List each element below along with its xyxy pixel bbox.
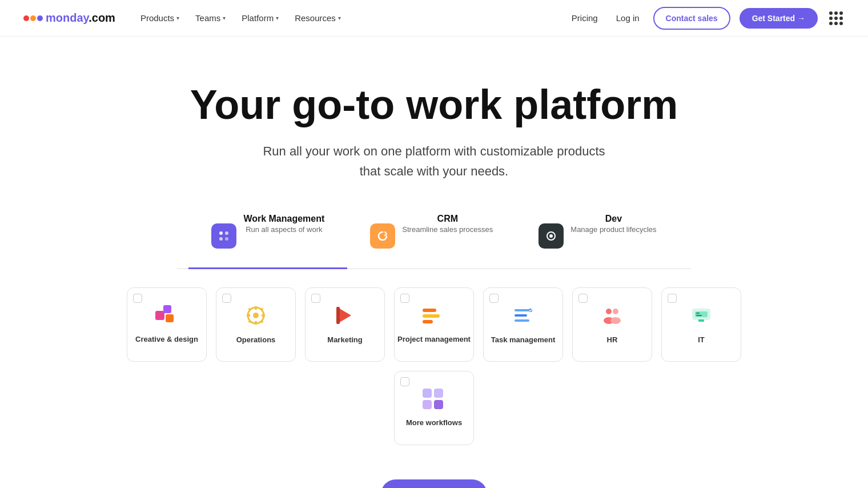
nav-platform[interactable]: Platform ▾: [235, 9, 286, 27]
hero-subtext: Run all your work on one platform with c…: [263, 141, 605, 181]
card-checkbox[interactable]: [668, 294, 677, 303]
svg-rect-17: [262, 314, 265, 317]
svg-rect-23: [336, 307, 340, 324]
svg-point-0: [23, 15, 29, 21]
navbar: monday.com Products ▾ Teams ▾ Platform ▾…: [0, 0, 868, 37]
svg-point-18: [248, 308, 251, 310]
cta-section: Get Started → No credit card needed ✦ Un…: [23, 468, 845, 488]
card-more-workflows[interactable]: More workflows: [394, 371, 474, 445]
chevron-down-icon: ▾: [223, 15, 226, 21]
svg-rect-42: [423, 400, 432, 409]
svg-rect-28: [515, 314, 527, 317]
svg-rect-26: [423, 320, 433, 323]
crm-icon: [370, 223, 395, 249]
more-workflows-icon: [423, 389, 445, 411]
creative-design-icon: [155, 305, 178, 328]
card-project-management[interactable]: Project management: [394, 287, 474, 362]
svg-point-5: [219, 237, 223, 241]
get-started-cta-button[interactable]: Get Started →: [381, 479, 487, 488]
pricing-link[interactable]: Pricing: [567, 9, 602, 27]
nav-left: monday.com Products ▾ Teams ▾ Platform ▾…: [23, 9, 348, 27]
task-management-icon: [512, 305, 534, 329]
svg-rect-11: [166, 314, 174, 322]
svg-point-21: [261, 321, 263, 323]
operations-icon: [245, 305, 267, 329]
card-checkbox[interactable]: [489, 294, 499, 303]
card-checkbox[interactable]: [400, 294, 409, 303]
svg-rect-24: [423, 309, 436, 312]
svg-rect-37: [696, 313, 700, 314]
chevron-down-icon: ▾: [338, 15, 341, 21]
card-checkbox[interactable]: [578, 294, 588, 303]
svg-point-20: [248, 321, 251, 323]
grid-icon[interactable]: [827, 9, 845, 27]
svg-rect-41: [434, 389, 443, 398]
card-checkbox[interactable]: [311, 294, 320, 303]
svg-rect-25: [423, 314, 440, 318]
svg-rect-15: [255, 321, 257, 325]
svg-rect-16: [247, 314, 250, 317]
svg-marker-22: [339, 308, 351, 323]
chevron-down-icon: ▾: [176, 15, 179, 21]
product-tabs: Work Management Run all aspects of work …: [177, 205, 691, 270]
svg-point-8: [549, 234, 553, 238]
svg-point-1: [30, 15, 36, 21]
svg-point-13: [253, 313, 259, 318]
svg-rect-29: [515, 319, 529, 322]
svg-point-19: [261, 308, 263, 310]
nav-links: Products ▾ Teams ▾ Platform ▾ Resources …: [134, 9, 348, 27]
nav-teams[interactable]: Teams ▾: [188, 9, 232, 27]
get-started-nav-button[interactable]: Get Started →: [740, 8, 818, 29]
card-operations[interactable]: Operations: [216, 287, 296, 362]
card-creative-design[interactable]: Creative & design: [127, 287, 207, 362]
hero-section: Your go-to work platform Run all your wo…: [0, 37, 868, 488]
card-it[interactable]: IT: [661, 287, 741, 362]
svg-rect-39: [698, 319, 704, 322]
work-management-icon: [211, 223, 236, 249]
tab-work-management[interactable]: Work Management Run all aspects of work: [188, 205, 347, 270]
it-icon: [690, 305, 712, 329]
dev-icon: [539, 223, 564, 249]
workflow-grid: Creative & design Operations: [91, 287, 777, 445]
card-marketing[interactable]: Marketing: [305, 287, 385, 362]
tab-dev[interactable]: Dev Manage product lifecycles: [516, 205, 679, 270]
hero-headline: Your go-to work platform: [23, 82, 845, 127]
nav-resources[interactable]: Resources ▾: [288, 9, 348, 27]
card-task-management[interactable]: Task management: [483, 287, 563, 362]
svg-point-34: [610, 317, 621, 324]
card-checkbox[interactable]: [222, 294, 231, 303]
svg-rect-38: [696, 315, 702, 316]
svg-rect-40: [423, 389, 432, 398]
svg-rect-10: [163, 305, 171, 313]
login-button[interactable]: Log in: [612, 9, 644, 27]
svg-rect-14: [255, 306, 257, 310]
card-hr[interactable]: HR: [572, 287, 652, 362]
contact-sales-button[interactable]: Contact sales: [653, 7, 730, 30]
svg-point-6: [225, 237, 228, 241]
svg-point-2: [37, 15, 43, 21]
tab-crm[interactable]: CRM Streamline sales processes: [347, 205, 516, 270]
chevron-down-icon: ▾: [276, 15, 279, 21]
card-checkbox[interactable]: [400, 377, 409, 386]
svg-rect-36: [695, 311, 708, 317]
nav-right: Pricing Log in Contact sales Get Started…: [567, 7, 845, 30]
svg-rect-9: [155, 311, 164, 320]
card-checkbox[interactable]: [133, 294, 142, 303]
svg-point-3: [219, 231, 223, 235]
svg-point-4: [225, 231, 228, 235]
project-management-icon: [423, 305, 445, 328]
hr-icon: [601, 305, 623, 329]
svg-point-32: [613, 309, 618, 314]
svg-rect-43: [434, 400, 443, 409]
nav-products[interactable]: Products ▾: [134, 9, 186, 27]
marketing-icon: [334, 305, 356, 329]
logo[interactable]: monday.com: [23, 11, 115, 25]
svg-point-31: [606, 309, 612, 314]
